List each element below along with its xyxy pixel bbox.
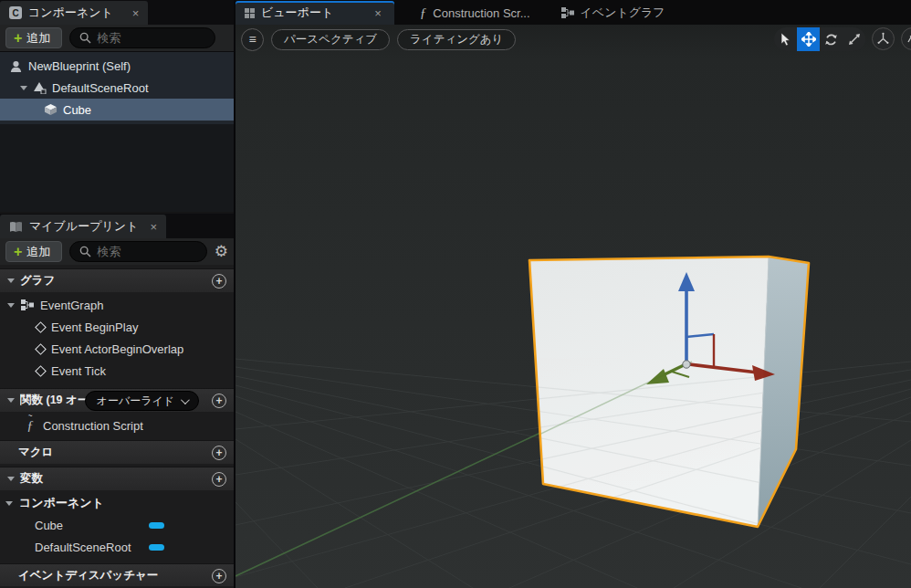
add-blueprint-item-button[interactable]: + 追加 <box>5 241 62 262</box>
graph-icon <box>21 299 34 310</box>
section-variables[interactable]: 変数 + <box>0 467 234 490</box>
search-icon <box>79 32 91 44</box>
search-placeholder: 検索 <box>97 30 120 47</box>
section-variables-label: 変数 <box>20 471 43 487</box>
row-event-beginplay-label: Event BeginPlay <box>51 320 138 334</box>
row-construction-script[interactable]: ƒ˜ Construction Script <box>0 415 234 436</box>
viewport-options-button[interactable]: ≡ <box>241 28 264 51</box>
row-var-defaultsceneroot[interactable]: DefaultSceneRoot <box>0 536 234 558</box>
left-panels: C コンポーネント × + 追加 検索 <box>0 0 234 588</box>
collapse-arrow-icon[interactable] <box>7 398 15 403</box>
rotate-tool-button[interactable] <box>820 27 843 51</box>
collapse-arrow-icon[interactable] <box>7 278 15 283</box>
perspective-button-label: パースペクティブ <box>284 32 377 47</box>
tab-components[interactable]: C コンポーネント × <box>0 1 148 25</box>
scale-tool-button[interactable] <box>843 27 865 51</box>
my-blueprint-tabbar: マイブループリント × <box>0 214 234 238</box>
components-panel-icon: C <box>9 6 22 19</box>
blueprint-search-input[interactable]: 検索 <box>69 241 206 262</box>
override-dropdown[interactable]: オーバーライド <box>85 391 199 411</box>
graph-icon <box>561 7 574 18</box>
close-icon[interactable]: × <box>150 221 157 233</box>
gear-icon[interactable]: ⚙ <box>215 244 228 259</box>
world-coordinate-button[interactable] <box>872 27 895 50</box>
event-icon <box>35 343 47 355</box>
scene-root-icon <box>33 81 47 94</box>
variable-type-pill[interactable] <box>149 522 164 529</box>
gizmo-center-handle[interactable] <box>683 361 690 368</box>
search-icon <box>79 246 91 257</box>
cube-icon <box>44 103 58 116</box>
variable-type-pill[interactable] <box>149 544 164 551</box>
add-macro-button[interactable]: + <box>212 446 226 460</box>
tab-event-graph-label: イベントグラフ <box>581 5 665 21</box>
chevron-down-icon <box>181 395 190 404</box>
tab-my-blueprint[interactable]: マイブループリント × <box>0 215 166 238</box>
add-blueprint-item-label: 追加 <box>26 244 50 260</box>
plus-icon: + <box>14 245 22 259</box>
tree-row-scene-root[interactable]: DefaultSceneRoot <box>0 77 234 99</box>
view-mode-lit-label: ライティングあり <box>410 32 503 47</box>
close-icon[interactable]: × <box>132 7 140 19</box>
add-graph-button[interactable]: + <box>212 274 226 289</box>
viewport-3d-scene[interactable] <box>236 0 911 588</box>
section-macros[interactable]: マクロ + <box>0 440 234 464</box>
move-tool-button[interactable] <box>797 27 820 51</box>
row-var-cube[interactable]: Cube <box>0 514 234 536</box>
menu-icon: ≡ <box>248 32 256 47</box>
tab-viewport[interactable]: ビューポート × <box>236 1 394 25</box>
section-event-dispatchers-label: イベントディスパッチャー <box>7 568 158 583</box>
viewport-icon <box>245 8 255 18</box>
add-variable-button[interactable]: + <box>212 472 226 487</box>
row-event-graph-label: EventGraph <box>40 299 103 312</box>
row-event-actorbeginoverlap[interactable]: Event ActorBeginOverlap <box>0 338 234 360</box>
book-icon <box>9 221 23 233</box>
snap-icon <box>906 33 911 45</box>
section-macros-label: マクロ <box>7 445 53 460</box>
perspective-button[interactable]: パースペクティブ <box>271 29 390 50</box>
viewport-panel: ビューポート × ƒ Construction Scr... イベントグラフ ≡… <box>236 0 911 588</box>
viewport-tabbar: ビューポート × ƒ Construction Scr... イベントグラフ <box>236 0 911 25</box>
function-icon: ƒ˜ <box>24 419 37 433</box>
tab-construction-script[interactable]: ƒ Construction Scr... <box>411 1 539 25</box>
add-dispatcher-button[interactable]: + <box>212 569 226 583</box>
section-functions[interactable]: 関数 (19 オーバーラ オーバーライド + <box>0 388 234 412</box>
row-event-tick[interactable]: Event Tick <box>0 360 234 382</box>
row-event-graph[interactable]: EventGraph <box>0 294 234 316</box>
collapse-arrow-icon[interactable] <box>7 303 15 308</box>
collapse-arrow-icon[interactable] <box>7 477 15 481</box>
row-var-cube-label: Cube <box>35 519 142 532</box>
my-blueprint-toolbar: + 追加 検索 ⚙ <box>0 238 234 265</box>
override-dropdown-label: オーバーライド <box>97 394 174 409</box>
view-mode-lit-button[interactable]: ライティングあり <box>397 29 516 50</box>
tree-label-cube: Cube <box>63 103 91 117</box>
add-function-button[interactable]: + <box>212 394 226 408</box>
close-icon[interactable]: × <box>374 7 382 19</box>
components-panel: C コンポーネント × + 追加 検索 <box>0 0 234 212</box>
my-blueprint-list: グラフ + EventGraph Event BeginPlay Event A… <box>0 265 234 586</box>
section-graphs-label: グラフ <box>20 273 55 289</box>
select-tool-button[interactable] <box>774 27 797 51</box>
function-icon: ƒ <box>420 5 427 21</box>
viewport-toolbar: ≡ パースペクティブ ライティングあり <box>236 27 911 51</box>
section-event-dispatchers[interactable]: イベントディスパッチャー + <box>0 563 234 586</box>
component-search-input[interactable]: 検索 <box>69 27 215 48</box>
tree-row-cube[interactable]: Cube <box>0 99 234 121</box>
surface-snap-button[interactable] <box>901 27 911 50</box>
components-toolbar: + 追加 検索 <box>0 25 234 51</box>
tab-components-label: コンポーネント <box>28 5 113 21</box>
scale-icon <box>848 33 861 46</box>
row-event-beginplay[interactable]: Event BeginPlay <box>0 316 234 338</box>
group-components-vars[interactable]: コンポーネント <box>0 492 234 514</box>
expand-arrow-icon[interactable] <box>20 86 27 90</box>
actor-icon <box>9 59 23 73</box>
my-blueprint-panel: マイブループリント × + 追加 検索 ⚙ グラフ <box>0 214 234 588</box>
tree-row-self[interactable]: NewBlueprint (Self) <box>0 55 234 77</box>
section-graphs[interactable]: グラフ + <box>0 268 234 292</box>
collapse-arrow-icon[interactable] <box>5 501 13 506</box>
move-icon <box>801 32 816 47</box>
cursor-icon <box>780 33 791 47</box>
tab-event-graph[interactable]: イベントグラフ <box>552 1 675 25</box>
add-component-button[interactable]: + 追加 <box>5 27 62 48</box>
tab-viewport-label: ビューポート <box>261 5 333 21</box>
